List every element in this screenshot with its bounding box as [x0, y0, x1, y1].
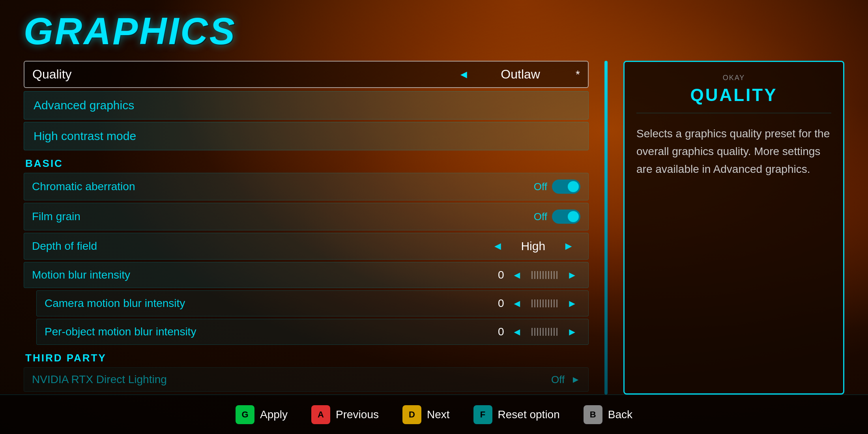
- chromatic-aberration-toggle[interactable]: [552, 180, 580, 194]
- camera-motion-blur-track[interactable]: [530, 299, 559, 307]
- info-description: Selects a graphics quality preset for th…: [636, 125, 831, 178]
- setting-perobject-motion-blur[interactable]: Per-object motion blur intensity 0 ◄: [36, 319, 589, 345]
- info-subtitle: OKAY: [636, 74, 831, 82]
- toggle-thumb: [568, 181, 579, 192]
- quality-asterisk: *: [576, 68, 580, 81]
- reset-option-button[interactable]: F Reset option: [473, 405, 560, 424]
- previous-icon: A: [311, 405, 330, 424]
- setting-motion-blur[interactable]: Motion blur intensity 0 ◄: [24, 262, 589, 288]
- page-title: GRAPHICS: [24, 9, 844, 53]
- setting-depth-of-field[interactable]: Depth of field ◄ High ►: [24, 233, 589, 260]
- dof-arrow-left[interactable]: ◄: [486, 240, 510, 253]
- header: GRAPHICS: [0, 0, 868, 53]
- bottom-bar: G Apply A Previous D Next F Reset option…: [0, 395, 868, 434]
- setting-camera-motion-blur[interactable]: Camera motion blur intensity 0 ◄: [36, 290, 589, 316]
- perobject-motion-blur-arrow-left[interactable]: ◄: [509, 326, 526, 338]
- film-grain-toggle-container: Off: [534, 210, 580, 224]
- quality-arrow-left[interactable]: ◄: [458, 68, 469, 81]
- quality-selector[interactable]: Quality ◄ Outlaw *: [24, 61, 589, 88]
- perobject-motion-blur-arrow-right[interactable]: ►: [564, 326, 580, 338]
- apply-button[interactable]: G Apply: [236, 405, 288, 424]
- motion-blur-track[interactable]: [530, 271, 559, 279]
- nvidia-arrow: ►: [571, 374, 580, 385]
- back-label: Back: [608, 408, 632, 421]
- film-grain-toggle[interactable]: [552, 210, 580, 224]
- setting-film-grain[interactable]: Film grain Off: [24, 203, 589, 230]
- reset-icon: F: [473, 405, 492, 424]
- apply-icon: G: [236, 405, 254, 424]
- motion-blur-arrow-right[interactable]: ►: [564, 269, 580, 281]
- perobject-motion-blur-track[interactable]: [530, 328, 559, 336]
- setting-chromatic-aberration[interactable]: Chromatic aberration Off: [24, 173, 589, 200]
- info-title: QUALITY: [636, 85, 831, 113]
- section-basic: BASIC: [24, 153, 589, 173]
- back-icon: B: [584, 405, 602, 424]
- dof-arrow-right[interactable]: ►: [557, 240, 580, 253]
- apply-label: Apply: [260, 408, 288, 421]
- next-label: Next: [427, 408, 450, 421]
- content-wrapper: GRAPHICS Quality ◄ Outlaw * Advanced gra…: [0, 0, 868, 434]
- motion-blur-slider: 0 ◄ ►: [306, 269, 580, 281]
- next-button[interactable]: D Next: [402, 405, 450, 424]
- left-panel: Quality ◄ Outlaw * Advanced graphics Hig…: [24, 61, 589, 395]
- motion-blur-arrow-left[interactable]: ◄: [509, 269, 526, 281]
- reset-label: Reset option: [498, 408, 560, 421]
- nvidia-value: Off: [551, 374, 565, 386]
- menu-item-advanced-graphics[interactable]: Advanced graphics: [24, 91, 589, 120]
- chromatic-aberration-toggle-container: Off: [534, 180, 580, 194]
- previous-label: Previous: [336, 408, 379, 421]
- third-party-nvidia[interactable]: NVIDIA RTX Direct Lighting Off ►: [24, 367, 589, 392]
- camera-motion-blur-slider: 0 ◄ ►: [312, 297, 580, 310]
- menu-item-high-contrast[interactable]: High contrast mode: [24, 122, 589, 150]
- previous-button[interactable]: A Previous: [311, 405, 379, 424]
- quality-value: Outlaw: [481, 67, 560, 82]
- camera-motion-blur-arrow-right[interactable]: ►: [564, 297, 580, 310]
- camera-motion-blur-arrow-left[interactable]: ◄: [509, 297, 526, 310]
- info-panel: OKAY QUALITY Selects a graphics quality …: [623, 61, 844, 395]
- main-area: Quality ◄ Outlaw * Advanced graphics Hig…: [0, 53, 868, 395]
- perobject-motion-blur-slider: 0 ◄ ►: [312, 326, 580, 338]
- next-icon: D: [402, 405, 421, 424]
- back-button[interactable]: B Back: [584, 405, 632, 424]
- dof-selector: ◄ High ►: [306, 239, 580, 253]
- quality-label: Quality: [32, 67, 458, 82]
- toggle-thumb: [568, 211, 579, 222]
- divider: [604, 61, 608, 395]
- section-third-party: THIRD PARTY: [24, 347, 589, 367]
